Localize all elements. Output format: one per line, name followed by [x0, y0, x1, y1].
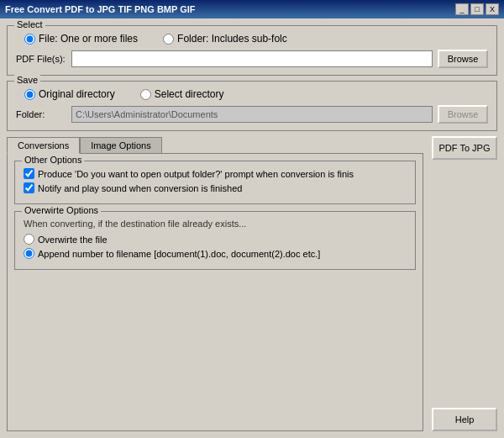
folder-input[interactable] [71, 106, 433, 123]
file-radio[interactable] [24, 34, 35, 45]
select-section-label: Select [14, 19, 45, 29]
check2-checkbox[interactable] [24, 182, 34, 193]
overwrite-radio2[interactable] [24, 248, 34, 259]
overwrite-radio2-label: Append number to filename [document(1).d… [38, 249, 320, 259]
main-content: Select File: One or more files Folder: I… [0, 18, 504, 438]
other-options-section: Other Options Produce 'Do you want to op… [14, 161, 416, 204]
select-dir-radio-item[interactable]: Select directory [140, 88, 224, 100]
save-section: Save Original directory Select directory… [7, 81, 497, 131]
original-dir-radio[interactable] [24, 89, 35, 100]
overwrite-radio1-label: Overwirte the file [38, 235, 108, 245]
right-panel-bottom: Help [430, 408, 497, 431]
overwrite-radio2-item[interactable]: Append number to filename [document(1).d… [24, 248, 407, 259]
overwrite-options-section: Overwirte Options When converting, if th… [14, 211, 416, 270]
check1-checkbox[interactable] [24, 168, 34, 179]
overwrite-options-label: Overwirte Options [22, 205, 101, 215]
tab-conversions[interactable]: Conversions [7, 137, 80, 154]
close-button[interactable]: X [486, 3, 499, 15]
check2-label: Notify and play sound when conversion is… [38, 183, 242, 193]
select-section: Select File: One or more files Folder: I… [7, 25, 497, 76]
original-dir-label: Original directory [39, 88, 115, 100]
folder-radio-item[interactable]: Folder: Includes sub-folc [163, 33, 287, 45]
other-options-label: Other Options [22, 155, 84, 165]
tabs-and-right: Conversions Image Options Other Options … [7, 136, 497, 431]
browse-folder-button[interactable]: Browse [438, 105, 488, 124]
select-dir-label: Select directory [155, 88, 224, 100]
select-radio-group: File: One or more files Folder: Includes… [16, 33, 488, 45]
check1-item[interactable]: Produce 'Do you want to open output fold… [24, 168, 407, 179]
folder-radio-label: Folder: Includes sub-folc [177, 33, 287, 45]
overwrite-desc: When converting, if the destination file… [24, 219, 407, 229]
tabs-container: Conversions Image Options Other Options … [7, 136, 423, 431]
browse-file-button[interactable]: Browse [438, 50, 488, 68]
maximize-button[interactable]: □ [470, 3, 484, 15]
folder-row: Folder: Browse [16, 105, 488, 124]
window-title: Free Convert PDF to JPG TIF PNG BMP GIF [5, 4, 196, 14]
overwrite-radio1-item[interactable]: Overwirte the file [24, 234, 407, 245]
pdf-file-label: PDF File(s): [16, 54, 66, 64]
tab-content-conversions: Other Options Produce 'Do you want to op… [7, 153, 423, 431]
right-panel: PDF To JPG Help [430, 136, 497, 431]
check2-item[interactable]: Notify and play sound when conversion is… [24, 182, 407, 193]
window-controls: _ □ X [455, 3, 499, 15]
check1-label: Produce 'Do you want to open output fold… [38, 169, 354, 179]
file-radio-label: File: One or more files [39, 33, 138, 45]
pdf-file-row: PDF File(s): Browse [16, 50, 488, 68]
folder-radio[interactable] [163, 34, 174, 45]
pdf-to-jpg-button[interactable]: PDF To JPG [432, 136, 497, 160]
original-dir-radio-item[interactable]: Original directory [24, 88, 115, 100]
title-bar: Free Convert PDF to JPG TIF PNG BMP GIF … [0, 0, 504, 18]
tab-image-options[interactable]: Image Options [80, 137, 162, 154]
right-panel-top: PDF To JPG [430, 136, 497, 160]
select-dir-radio[interactable] [140, 89, 151, 100]
folder-label: Folder: [16, 109, 66, 119]
file-radio-item[interactable]: File: One or more files [24, 33, 138, 45]
save-radio-group: Original directory Select directory [16, 88, 488, 100]
tab-bar: Conversions Image Options [7, 136, 423, 153]
help-button[interactable]: Help [432, 408, 497, 431]
overwrite-radio1[interactable] [24, 234, 34, 245]
pdf-file-input[interactable] [71, 50, 433, 67]
minimize-button[interactable]: _ [455, 3, 469, 15]
save-section-label: Save [14, 75, 40, 85]
